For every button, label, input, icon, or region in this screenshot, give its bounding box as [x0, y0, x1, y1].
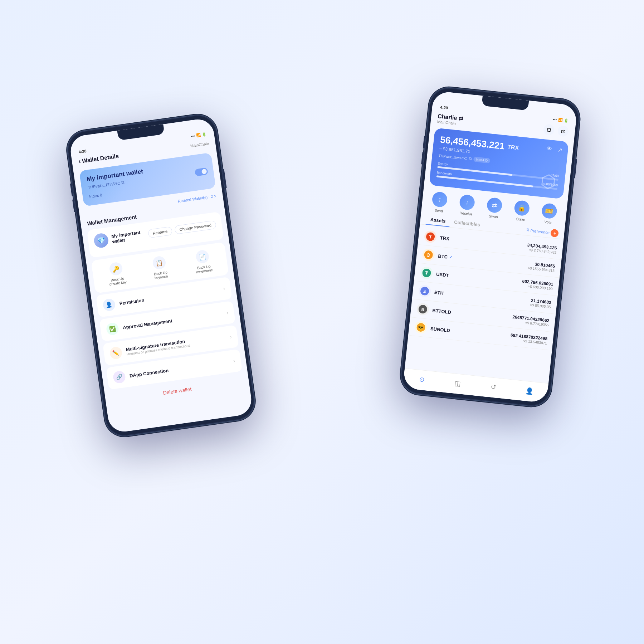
nav-history[interactable]: ↺ [488, 381, 499, 393]
bttold-amounts: 2648771.04328662 ≈$ 6.77419355 [512, 314, 550, 327]
chevron-right-icon-2: › [226, 309, 229, 316]
back-arrow-icon: ‹ [78, 157, 81, 165]
chevron-right-icon-3: › [229, 333, 232, 340]
vol-up-button[interactable] [70, 183, 74, 196]
usdt-name: USDT [436, 271, 522, 286]
energy-label: Energy [438, 161, 448, 166]
user-info: Charlie ⇄ MainChain [437, 113, 464, 126]
bttold-name: BTTOLD [432, 308, 513, 321]
balance-currency: TRX [507, 143, 519, 151]
bttold-icon: B [416, 303, 429, 316]
usdt-amounts: 602,786.035091 ≈$ 606,000.199 [522, 278, 553, 291]
refresh-button[interactable]: ⇄ [557, 125, 569, 137]
chain-badge-left: MainChain [190, 141, 209, 148]
btc-amounts: 30.810455 ≈$ 1555,934,813 [528, 261, 555, 273]
mnemonic-icon: 📄 [195, 249, 210, 264]
wallet-toggle[interactable] [195, 167, 208, 176]
dapp-icon: 🔗 [112, 370, 126, 384]
stake-action[interactable]: 🔒 Stake [513, 200, 530, 222]
wallet-name-text: My important wallet [111, 229, 145, 244]
rename-button[interactable]: Rename [147, 226, 172, 238]
copy-addr-icon[interactable]: ⧉ [469, 157, 472, 161]
eth-name: ETH [434, 289, 531, 305]
eth-icon: Ξ [418, 284, 431, 298]
vote-icon: 🎫 [541, 203, 557, 219]
preference-button[interactable]: ⇅ Preference + [526, 226, 559, 237]
time-left: 4:20 [78, 149, 87, 154]
sunold-name: SUNOLD [430, 326, 511, 339]
receive-icon: ↓ [459, 194, 475, 211]
non-hd-badge: Non-HD [473, 157, 491, 164]
eth-amounts: 21.174682 ≈$ 85,885.35 [530, 298, 552, 309]
key-icon: 🔑 [109, 262, 123, 276]
scene: 4:20 ▪▪▪ 📶 🔋 ‹ Wallet Details MainChain … [72, 72, 572, 572]
sunold-icon: 😎 [414, 321, 428, 334]
tron-logo: ⬡ [535, 168, 562, 195]
right-vol-up-button[interactable] [423, 136, 426, 148]
status-icons-left: ▪▪▪ 📶 🔋 [191, 132, 206, 138]
eye-icon[interactable]: 👁 [546, 145, 553, 152]
change-password-button[interactable]: Change Password [174, 220, 216, 234]
backup-keystore[interactable]: 📋 Back Up keystore [138, 254, 181, 282]
swap-icon: ⇄ [486, 197, 503, 214]
time-right: 4:20 [440, 105, 448, 110]
stake-icon: 🔒 [514, 200, 530, 216]
header-icons-right: ⊡ ⇄ [543, 124, 569, 137]
action-buttons: Rename Change Password [147, 220, 216, 238]
send-icon: ↑ [431, 191, 448, 208]
vol-down-button[interactable] [72, 199, 76, 212]
svg-text:B: B [421, 307, 424, 312]
nav-stacking[interactable]: ◫ [452, 377, 464, 389]
sunold-amounts: 692.418878222498 ≈$ 13.5483871 [510, 332, 547, 345]
permission-text: Permission [119, 287, 219, 306]
usdt-icon: ₮ [420, 266, 433, 279]
svg-text:😎: 😎 [418, 325, 424, 330]
right-phone: 4:20 ▪▪▪ 📶 🔋 Charlie ⇄ MainChain ⊡ ⇄ [399, 86, 581, 408]
tab-assets[interactable]: Assets [426, 214, 450, 227]
left-screen: 4:20 ▪▪▪ 📶 🔋 ‹ Wallet Details MainChain … [69, 117, 253, 434]
dapp-text: DApp Connection [129, 359, 229, 378]
trx-icon: T [424, 230, 437, 243]
right-screen: 4:20 ▪▪▪ 📶 🔋 Charlie ⇄ MainChain ⊡ ⇄ [402, 91, 577, 403]
swap-action[interactable]: ⇄ Swap [486, 197, 503, 219]
power-button[interactable] [222, 169, 226, 189]
right-vol-down-button[interactable] [421, 152, 424, 165]
trx-amounts: 34,234,453.126 ≈$ 2,760,842,982 [527, 242, 557, 254]
asset-list: T TRX 34,234,453.126 ≈$ 2,760,842,982 ₿ … [408, 226, 564, 351]
permission-icon: 👤 [102, 298, 116, 312]
add-asset-button[interactable]: + [550, 229, 559, 237]
wallet-avatar: 💎 [93, 233, 109, 249]
send-action[interactable]: ↑ Send [431, 191, 448, 214]
bottom-nav: ⊙ ◫ ↺ 👤 [402, 368, 548, 403]
status-icons-right: ▪▪▪ 📶 🔋 [553, 117, 569, 122]
nav-assets[interactable]: ⊙ [416, 374, 428, 385]
btc-check-icon: ✓ [449, 255, 452, 260]
chevron-right-icon: › [223, 286, 225, 292]
receive-action[interactable]: ↓ Receive [458, 194, 475, 216]
backup-private-key[interactable]: 🔑 Back Up private key [95, 260, 138, 288]
nav-profile[interactable]: 👤 [524, 385, 536, 397]
left-phone: 4:20 ▪▪▪ 📶 🔋 ‹ Wallet Details MainChain … [65, 113, 257, 438]
approval-icon: ✅ [106, 322, 119, 336]
bandwidth-label: Bandwidth [436, 171, 452, 176]
expand-icon[interactable]: ↗ [557, 146, 562, 153]
right-power-button[interactable] [573, 159, 577, 178]
btc-name: BTC ✓ [438, 253, 528, 268]
btc-icon: ₿ [422, 248, 435, 261]
vote-action[interactable]: 🎫 Vote [540, 203, 557, 225]
backup-mnemonic[interactable]: 📄 Back Up mnemonic [182, 248, 225, 276]
trx-name: TRX [440, 235, 527, 249]
approval-text: Approval Management [122, 311, 223, 330]
scan-button[interactable]: ⊡ [543, 124, 555, 136]
copy-icon[interactable]: ⧉ [121, 180, 125, 185]
balance-card: 👁 ↗ 56,456,453.221 TRX ≈ $3,951,951.71 T… [429, 128, 569, 199]
keystore-icon: 📋 [152, 255, 167, 270]
chevron-right-icon-4: › [233, 358, 236, 365]
multisig-icon: ✏️ [109, 346, 123, 360]
